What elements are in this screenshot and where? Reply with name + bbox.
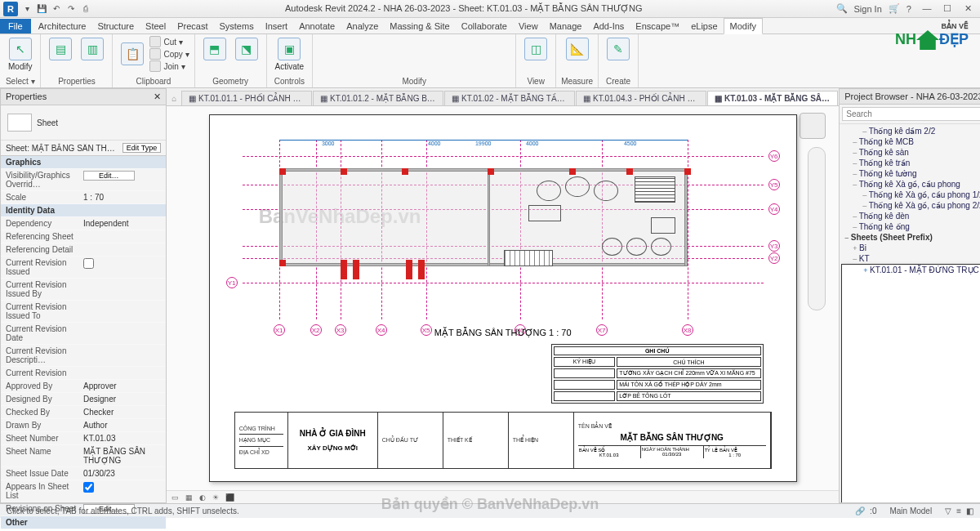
activate-button[interactable]: ▣Activate (272, 36, 308, 73)
tree-node[interactable]: Thống kê Xà gồ, cầu phong 2/2 (841, 200, 980, 211)
offset-icon[interactable] (334, 36, 347, 49)
cri-checkbox[interactable] (83, 258, 94, 269)
ribbon-tab-insert[interactable]: Insert (260, 19, 294, 33)
file-tab[interactable]: File (0, 19, 31, 33)
thin-lines-icon[interactable]: ≡ (956, 506, 961, 515)
appears-checkbox[interactable] (83, 482, 94, 493)
tree-node[interactable]: Bi (841, 243, 980, 253)
maximize-button[interactable]: ☐ (938, 3, 956, 14)
modify-button[interactable]: ↖Modify (5, 36, 35, 73)
detail-level-icon[interactable]: ▦ (185, 493, 193, 502)
mirror-icon[interactable] (350, 36, 363, 49)
home-tab-icon[interactable]: ⌂ (167, 91, 181, 105)
array-icon[interactable] (432, 36, 445, 49)
edit-type-button[interactable]: Edit Type (122, 143, 161, 153)
filter-icon[interactable]: ▽ (945, 506, 951, 515)
ribbon-tab-addins[interactable]: Add-Ins (587, 19, 630, 33)
tree-node[interactable]: Thống kê trần (841, 158, 980, 168)
tree-node[interactable]: KT.01.01 - MẶT ĐỨNG TRỤC Y5-Y1 (841, 264, 980, 502)
sun-icon[interactable]: ☀ (212, 493, 219, 502)
ribbon-tab-modify[interactable]: Modify (724, 18, 763, 34)
ribbon-tab-enscape[interactable]: Enscape™ (630, 19, 685, 33)
print-icon[interactable]: ⎙ (80, 3, 91, 15)
rotate-icon[interactable] (383, 36, 396, 49)
ribbon-tab-collaborate[interactable]: Collaborate (456, 19, 513, 33)
search-icon[interactable]: 🔍 (836, 3, 848, 14)
doc-tab[interactable]: ▦ KT.01.04.3 - PHỐI CẢNH MẶT CẮT …✕ (576, 91, 706, 105)
trim-icon[interactable] (399, 36, 412, 49)
ribbon-tab-manage[interactable]: Manage (544, 19, 588, 33)
save-icon[interactable]: 💾 (36, 3, 47, 15)
ribbon-tab-analyze[interactable]: Analyze (341, 19, 384, 33)
ribbon-tab-structure[interactable]: Structure (91, 19, 140, 33)
copy-mini[interactable]: Copy ▾ (149, 48, 189, 60)
doc-tab[interactable]: ▦ KT.01.03 - MẶT BẰNG SÂN THƯ…✕ (707, 91, 838, 105)
align-icon[interactable] (318, 36, 331, 49)
paste-button[interactable]: 📋 (118, 41, 147, 67)
view-cube[interactable] (800, 113, 826, 139)
cut-mini[interactable]: Cut ▾ (149, 36, 189, 47)
browser-search[interactable] (842, 107, 980, 121)
tree-node[interactable]: Thống kê Xà gồ, cầu phong 1/2 (841, 190, 980, 200)
doc-tab[interactable]: ▦ KT.01.02 - MẶT BẰNG TẦNG 2✕ (444, 91, 575, 105)
shadow-icon[interactable]: ⬛ (225, 493, 234, 502)
tree-node[interactable]: Sheets (Sheet Prefix) (841, 232, 980, 243)
type-properties-button[interactable]: ▥ (78, 36, 107, 62)
selection-count-icon[interactable]: 🔗 (855, 506, 865, 515)
ribbon-tab-annotate[interactable]: Annotate (293, 19, 341, 33)
measure-button[interactable]: 📐 (561, 36, 593, 62)
pin-icon[interactable] (465, 36, 478, 49)
reveal-icon[interactable]: ◧ (966, 506, 973, 515)
title-block: CÔNG TRÌNH HẠNG MỤC ĐỊA CHỈ XD NHÀ Ở GIA… (234, 412, 772, 469)
tree-node[interactable]: Thống kê ống (841, 221, 980, 232)
ribbon-tab-steel[interactable]: Steel (140, 19, 172, 33)
tree-node[interactable]: Thống kê Xà gồ, cầu phong (841, 179, 980, 190)
cut-geom-button[interactable]: ⬔ (232, 36, 261, 62)
minimize-button[interactable]: — (918, 3, 936, 13)
ribbon-tab-elipse[interactable]: eLipse (685, 19, 723, 33)
sheet-view[interactable]: BanVeNhaDep.vn Y6 Y5 Y4 Y3 Y2 Y1 X1X2X3X… (209, 114, 797, 482)
scale-display-icon[interactable]: ▭ (172, 493, 179, 502)
ribbon-tab-view[interactable]: View (513, 19, 544, 33)
panel-close-icon[interactable]: ✕ (154, 91, 161, 102)
delete-icon[interactable] (481, 36, 494, 49)
split-icon[interactable] (416, 36, 429, 49)
doc-tab[interactable]: ▦ KT.01.01.2 - MẶT BẰNG BỐ TRÍ CỬ…✕ (313, 91, 443, 105)
tree-node[interactable]: Thống kê tường (841, 168, 980, 179)
open-icon[interactable]: ▾ (21, 3, 33, 15)
undo-icon[interactable]: ↶ (51, 3, 62, 15)
properties-button[interactable]: ▤ (46, 36, 75, 62)
notes-table: GHI CHÚ KÝ HIỆUCHÚ THÍCH TƯỜNG XÂY GẠCH … (551, 344, 764, 404)
help-icon[interactable]: ? (906, 4, 911, 14)
redo-icon[interactable]: ↷ (65, 3, 77, 15)
tree-node[interactable]: KT (841, 253, 980, 264)
main-model-selector[interactable]: Main Model (889, 506, 932, 515)
browser-tree[interactable]: Thống kê dầm 2/2Thống kê MCBThống kê sàn… (840, 124, 980, 502)
cart-icon[interactable]: 🛒 (889, 3, 900, 14)
canvas[interactable]: BanVeNhaDep.vn Y6 Y5 Y4 Y3 Y2 Y1 X1X2X3X… (167, 106, 839, 490)
ribbon-tab-architecture[interactable]: Architecture (33, 19, 92, 33)
signin-link[interactable]: Sign In (854, 4, 882, 14)
ribbon-tab-systems[interactable]: Systems (213, 19, 259, 33)
move-icon[interactable] (367, 36, 380, 49)
ribbon-tab-precast[interactable]: Precast (172, 19, 213, 33)
tree-node[interactable]: Thống kê MCB (841, 136, 980, 147)
copy2-icon[interactable] (497, 36, 510, 49)
quick-access-toolbar[interactable]: ▾ 💾 ↶ ↷ ⎙ (21, 3, 91, 15)
navigation-bar[interactable] (808, 147, 826, 310)
visual-style-icon[interactable]: ◐ (199, 493, 206, 502)
type-selector[interactable]: Sheet (37, 118, 58, 127)
view-hide-button[interactable]: ◫ (521, 36, 550, 62)
view-control-bar[interactable]: ▭ ▦ ◐ ☀ ⬛ (167, 490, 839, 503)
tree-node[interactable]: Thống kê đèn (841, 211, 980, 221)
doc-tab[interactable]: ▦ KT.01.01.1 - PHỐI CẢNH TẦNG 1✕ (181, 91, 312, 105)
ribbon-tab-massingsite[interactable]: Massing & Site (384, 19, 455, 33)
tree-node[interactable]: Thống kê sàn (841, 147, 980, 158)
cope-button[interactable]: ⬒ (200, 36, 229, 62)
create-button[interactable]: ✎ (604, 36, 633, 62)
close-button[interactable]: ✕ (959, 3, 977, 14)
join-mini[interactable]: Join ▾ (149, 60, 189, 72)
scale-icon[interactable] (448, 36, 461, 49)
vgo-edit-button[interactable]: Edit… (83, 171, 135, 181)
tree-node[interactable]: Thống kê dầm 2/2 (841, 126, 980, 136)
